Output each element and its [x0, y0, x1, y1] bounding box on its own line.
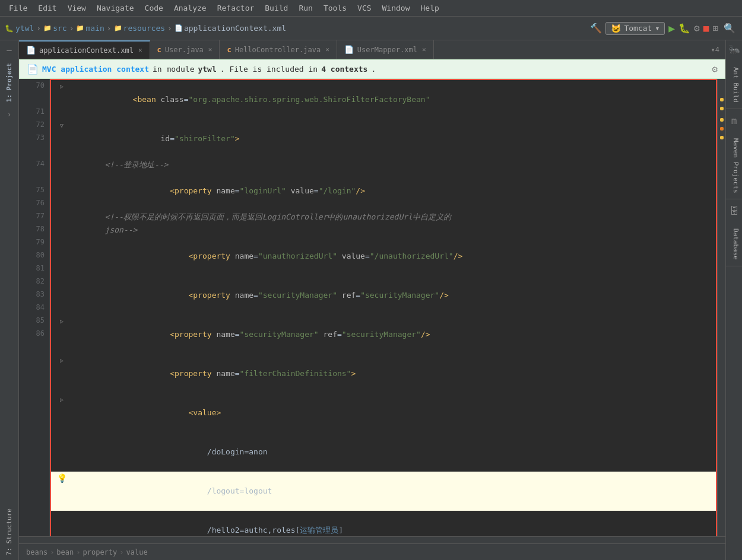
- tab-application-context[interactable]: 📄 applicationContext.xml ✕: [19, 40, 150, 59]
- tomcat-selector[interactable]: 🐱 Tomcat ▾: [605, 22, 665, 35]
- ant-build-tab[interactable]: Ant Build: [726, 61, 742, 109]
- menu-tools[interactable]: Tools: [319, 2, 351, 14]
- tab-label-user-mapper: UserMapper.xml: [357, 46, 417, 54]
- breadcrumb-src[interactable]: 📁 src: [43, 24, 66, 33]
- right-sidebar: 🐜 Ant Build m Maven Projects 🗄 Database: [725, 40, 742, 560]
- line-numbers: 70 71 72 73 74 75 76 77 78 79 80 81 82 8…: [19, 79, 50, 536]
- debug-button[interactable]: 🐛: [678, 23, 690, 34]
- menu-window[interactable]: Window: [378, 2, 414, 14]
- menu-analyze[interactable]: Analyze: [170, 2, 211, 14]
- breadcrumb-main[interactable]: 📁 main: [76, 24, 104, 33]
- fold-icon-70b[interactable]: ▽: [60, 119, 64, 132]
- tab-label-application-context: applicationContext.xml: [39, 46, 134, 55]
- code-line-79: 💡 /logout=logout: [51, 472, 716, 511]
- menubar: File Edit View Navigate Code Analyze Ref…: [0, 0, 742, 17]
- menu-help[interactable]: Help: [417, 2, 443, 14]
- info-bar-settings[interactable]: ⚙: [712, 63, 718, 75]
- sidebar-collapse-btn[interactable]: –: [4, 43, 14, 57]
- scroll-marker-2: [720, 107, 724, 110]
- maven-projects-tab[interactable]: Maven Projects: [726, 132, 742, 200]
- search-button[interactable]: 🔍: [722, 21, 737, 36]
- tab-close-application-context[interactable]: ✕: [138, 46, 142, 54]
- status-bean: bean: [56, 548, 74, 556]
- code-line-73: <!--权限不足的时候不再返回页面，而是返回LoginCotroller中的un…: [51, 211, 716, 224]
- tab-label-user-java: User.java: [165, 46, 204, 54]
- menu-run[interactable]: Run: [294, 2, 316, 14]
- status-property: property: [83, 548, 118, 556]
- toolbar: 🐛 ytwl › 📁 src › 📁 main › 📁 resources › …: [0, 17, 742, 40]
- database-tab[interactable]: Database: [726, 222, 742, 266]
- tab-overflow[interactable]: ▾4: [705, 40, 725, 59]
- vertical-scrollbar[interactable]: [717, 79, 725, 536]
- bulb-icon-79[interactable]: 💡: [57, 472, 67, 485]
- code-line-73b: json-->: [51, 224, 716, 237]
- tab-hello-controller[interactable]: c HelloController.java ✕: [220, 40, 337, 59]
- ant-build-icon: 🐜: [726, 40, 743, 59]
- toolbar-right: 🔨 🐱 Tomcat ▾ ▶ 🐛 ⚙ ■ ⊞ 🔍: [590, 21, 737, 36]
- breadcrumb-project[interactable]: 🐛 ytwl: [5, 24, 34, 33]
- info-bar-suffix: . File is included in: [220, 65, 318, 74]
- fold-icon-75[interactable]: ▷: [60, 315, 64, 328]
- status-value: value: [126, 548, 148, 556]
- code-line-75: ▷ <property name="securityManager" ref="…: [51, 315, 716, 354]
- menu-build[interactable]: Build: [261, 2, 292, 14]
- breadcrumb-resources[interactable]: 📁 resources: [114, 24, 165, 33]
- menu-navigate[interactable]: Navigate: [93, 2, 138, 14]
- code-content[interactable]: ▷ <bean class="org.apache.shiro.spring.w…: [50, 79, 717, 536]
- tab-close-user-mapper[interactable]: ✕: [422, 46, 426, 53]
- info-bar-module: ytwl: [198, 65, 216, 74]
- fold-icon-70[interactable]: ▷: [60, 80, 64, 93]
- tab-user-mapper[interactable]: 📄 UserMapper.xml ✕: [337, 40, 434, 59]
- breadcrumb: 🐛 ytwl › 📁 src › 📁 main › 📁 resources › …: [5, 24, 286, 33]
- code-line-78: /doLogin=anon: [51, 432, 716, 472]
- code-line-72: <property name="loginUrl" value="/login"…: [51, 171, 716, 211]
- tab-icon-xml: 📄: [26, 46, 36, 55]
- code-editor: 70 71 72 73 74 75 76 77 78 79 80 81 82 8…: [19, 79, 725, 536]
- fold-icon-76[interactable]: ▷: [60, 354, 64, 367]
- scroll-marker-1: [720, 98, 724, 101]
- stop-button[interactable]: ■: [703, 23, 709, 34]
- code-line-77: ▷ <value>: [51, 393, 716, 432]
- menu-view[interactable]: View: [64, 2, 90, 14]
- frame-icon[interactable]: ⊞: [712, 23, 718, 34]
- tomcat-label: Tomcat: [624, 24, 652, 33]
- code-line-74b: <property name="securityManager" ref="se…: [51, 276, 716, 315]
- fold-icon-77[interactable]: ▷: [60, 393, 64, 406]
- info-bar-middle: in module: [153, 65, 194, 74]
- tab-close-hello-controller[interactable]: ✕: [325, 46, 329, 53]
- status-bar: beans › bean › property › value: [19, 543, 725, 560]
- main-area: – 1: Project › 7: Structure 📄 applicatio…: [0, 40, 742, 560]
- coverage-button[interactable]: ⚙: [694, 23, 700, 34]
- menu-vcs[interactable]: VCS: [353, 2, 375, 14]
- menu-code[interactable]: Code: [141, 2, 167, 14]
- horizontal-scrollbar[interactable]: [19, 536, 725, 543]
- scroll-marker-4: [720, 127, 724, 131]
- menu-file[interactable]: File: [5, 2, 31, 14]
- status-breadcrumb: beans › bean › property › value: [26, 548, 148, 556]
- info-bar: 📄 MVC application context in module ytwl…: [19, 59, 725, 79]
- scroll-marker-3: [720, 118, 724, 122]
- tab-close-user-java[interactable]: ✕: [208, 46, 213, 53]
- hammer-icon[interactable]: 🔨: [590, 23, 602, 34]
- info-bar-period: .: [371, 65, 376, 74]
- code-line-70: ▷ <bean class="org.apache.shiro.spring.w…: [51, 80, 716, 119]
- code-selection-box: ▷ <bean class="org.apache.shiro.spring.w…: [50, 79, 717, 536]
- status-beans: beans: [26, 548, 47, 556]
- menu-refactor[interactable]: Refactor: [213, 2, 259, 14]
- sidebar-project-tab[interactable]: 1: Project: [3, 58, 15, 107]
- tab-icon-user-mapper: 📄: [344, 45, 354, 54]
- run-button[interactable]: ▶: [668, 22, 675, 34]
- breadcrumb-file[interactable]: 📄 applicationContext.xml: [175, 24, 286, 33]
- left-sidebar: – 1: Project › 7: Structure: [0, 40, 19, 560]
- maven-icon: m: [729, 112, 740, 130]
- sidebar-structure-tab[interactable]: 7: Structure: [3, 504, 15, 560]
- sidebar-expand-btn[interactable]: ›: [5, 108, 14, 121]
- tab-label-hello-controller: HelloController.java: [235, 46, 321, 54]
- editor-area: 📄 applicationContext.xml ✕ c User.java ✕…: [19, 40, 725, 560]
- menu-edit[interactable]: Edit: [34, 2, 61, 14]
- code-line-80: /hello2=authc,roles[运输管理员]: [51, 511, 716, 536]
- tomcat-icon: 🐱: [611, 24, 621, 33]
- info-bar-count: 4 contexts: [321, 65, 367, 74]
- code-line-76: ▷ <property name="filterChainDefinitions…: [51, 354, 716, 393]
- tab-user-java[interactable]: c User.java ✕: [150, 40, 220, 59]
